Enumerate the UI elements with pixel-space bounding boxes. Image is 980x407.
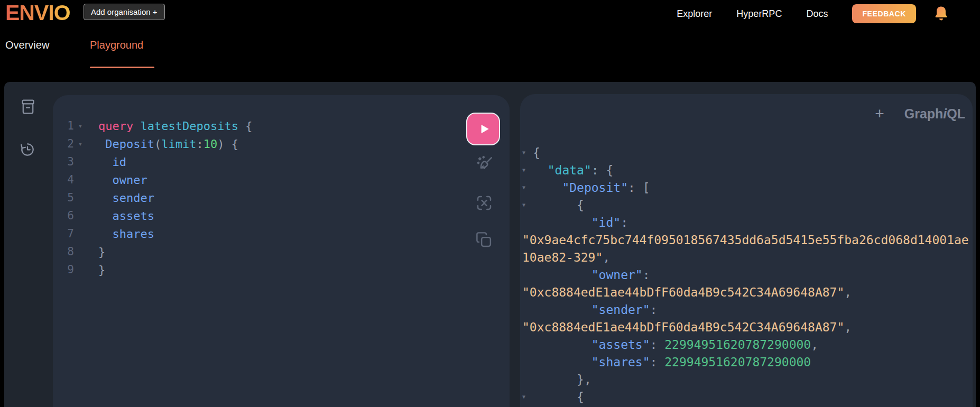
code-text: } [98,245,105,258]
code-token: limit [161,137,196,151]
response-line: ▼"Deposit": [ [522,179,970,196]
response-line: ▼{ [522,144,970,161]
session-header: + GraphiQL [875,106,965,122]
response-line: "0xc8884edE1ae44bDfF60da4B9c542C34A69648… [522,283,970,301]
code-token: assets [113,209,154,223]
play-icon [477,122,491,136]
query-editor-panel[interactable]: 1▾query latestDeposits {2▾ Deposit(limit… [53,95,510,407]
code-token: 22994951620787290000 [664,338,811,352]
code-token [98,137,105,151]
code-token: : { [591,163,614,177]
tab-playground[interactable]: Playground [90,39,143,51]
response-viewer[interactable]: ▼{▼"data": {▼"Deposit": [▼{"id":"0x9ae4c… [522,144,970,405]
code-token: } [98,263,105,276]
fold-toggle-icon[interactable]: ▾ [74,140,87,148]
response-panel: + GraphiQL ▼{▼"data": {▼"Deposit": [▼{"i… [520,94,973,407]
code-token: : [643,268,650,282]
line-number: 6 [53,209,74,222]
code-token: sender [113,191,154,205]
fold-toggle-icon[interactable]: ▼ [522,150,533,155]
editor-line: 7 shares [53,225,446,243]
response-line: "0x9ae4cfc75bc744f095018567435dd6a5d5415… [522,231,970,248]
response-text: "0xc8884edE1ae44bDfF60da4B9c542C34A69648… [522,285,852,299]
code-token: ) [217,137,224,151]
code-token [98,155,113,169]
history-icon[interactable] [19,141,36,158]
response-text: "assets": 22994951620787290000, [533,338,818,352]
docs-icon[interactable] [20,98,36,115]
code-token: , [844,320,852,334]
feedback-button[interactable]: FEEDBACK [852,4,916,23]
response-text: 10ae82-329", [522,251,610,264]
code-token: 22994951620787290000 [664,355,811,369]
response-line: 10ae82-329", [522,248,970,266]
query-editor[interactable]: 1▾query latestDeposits {2▾ Deposit(limit… [53,117,446,279]
notification-bell-icon[interactable] [934,5,948,22]
response-text: "id": [533,216,628,229]
response-line: "assets": 22994951620787290000, [522,336,970,353]
fold-toggle-icon[interactable]: ▼ [522,167,533,173]
execute-query-button[interactable] [466,113,500,145]
code-text: Deposit(limit:10) { [98,137,238,151]
response-text: "Deposit": [ [533,181,650,195]
copy-query-button[interactable] [475,230,493,249]
code-token: : [621,216,628,229]
code-token: "shares" [591,355,650,369]
code-token: query [98,119,133,133]
response-line: "sender": [522,301,970,318]
code-token: "Deposit" [562,181,628,195]
code-token: , [603,251,610,264]
editor-line: 4 owner [53,171,446,189]
code-token: "0x9ae4cfc75bc744f095018567435dd6a5d5415… [522,233,969,247]
code-token [98,227,113,240]
envio-logo[interactable]: ENVIO [5,1,70,25]
code-token: } [98,245,105,258]
top-nav: Explorer HyperRPC Docs FEEDBACK [677,0,948,27]
response-text: { [533,390,584,404]
code-token [98,173,113,187]
code-token: "0xc8884edE1ae44bDfF60da4B9c542C34A69648… [522,285,844,299]
response-text: "0xc8884edE1ae44bDfF60da4B9c542C34A69648… [522,320,852,334]
code-token: "0xc8884edE1ae44bDfF60da4B9c542C34A69648… [522,320,844,334]
code-token: ( [154,137,161,151]
graphiql-logo: GraphiQL [904,106,965,122]
editor-line: 5 sender [53,189,446,207]
code-token: { [224,137,238,151]
merge-fragments-button[interactable] [475,193,494,212]
code-token: : [650,303,658,317]
code-text: assets [98,209,154,223]
fold-toggle-icon[interactable]: ▼ [522,202,533,208]
code-text: sender [98,191,154,205]
nav-explorer[interactable]: Explorer [677,8,712,20]
code-token: "owner" [591,268,643,282]
fold-toggle-icon[interactable]: ▼ [522,184,533,190]
response-text: "sender": [533,303,657,317]
code-token: , [844,285,852,299]
code-token: "assets" [591,338,650,352]
response-text: { [533,198,584,212]
tab-overview[interactable]: Overview [5,39,49,51]
nav-hyperrpc[interactable]: HyperRPC [736,8,782,20]
line-number: 4 [53,173,74,186]
nav-docs[interactable]: Docs [806,8,828,20]
line-number: 3 [53,155,74,168]
code-token: 10 [204,137,218,151]
code-token: "id" [591,216,621,229]
add-organisation-button[interactable]: Add organisation + [84,4,165,20]
prettify-button[interactable] [475,154,495,174]
code-token: { [533,146,540,160]
code-token: : [196,137,203,151]
line-number: 9 [53,263,74,276]
playground-container: 1▾query latestDeposits {2▾ Deposit(limit… [4,82,976,407]
code-token [98,209,113,223]
code-token: : [650,338,665,352]
code-token: shares [113,227,154,240]
editor-line: 1▾query latestDeposits { [53,117,446,135]
editor-line: 9} [53,261,446,279]
response-text: }, [533,373,591,386]
code-token: "data" [548,163,591,177]
add-tab-button[interactable]: + [875,106,884,122]
fold-toggle-icon[interactable]: ▼ [522,394,533,400]
fold-toggle-icon[interactable]: ▾ [74,122,87,130]
code-token: latestDeposits [140,119,238,133]
